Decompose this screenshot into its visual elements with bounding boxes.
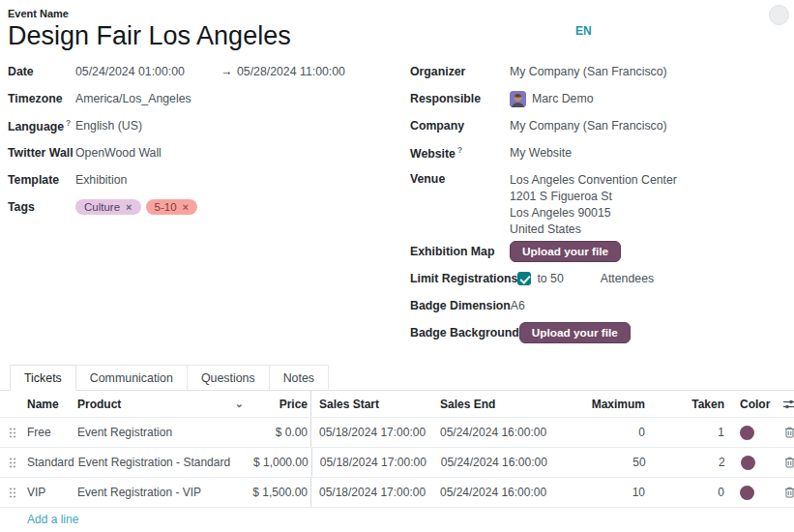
tag-remove-icon[interactable]: × bbox=[183, 201, 189, 213]
cell-price[interactable]: $ 0.00 bbox=[244, 418, 311, 447]
field-responsible: Responsible Marc Demo bbox=[410, 85, 790, 112]
col-header-name[interactable]: Name bbox=[25, 398, 74, 411]
exhibition-map-label: Exhibition Map bbox=[410, 245, 510, 258]
optional-columns-icon[interactable] bbox=[777, 399, 794, 410]
cell-sales-start[interactable]: 05/18/2024 17:00:00 bbox=[311, 486, 435, 499]
drag-handle-icon[interactable] bbox=[0, 487, 25, 499]
language-toggle[interactable]: EN bbox=[575, 24, 592, 38]
tickets-table: Name Product⌄ Price Sales Start Sales En… bbox=[0, 391, 794, 530]
col-header-sales-end[interactable]: Sales End bbox=[435, 398, 588, 411]
event-title-input[interactable]: Design Fair Los Angeles bbox=[8, 22, 291, 51]
col-header-price[interactable]: Price bbox=[244, 391, 311, 417]
tag-culture[interactable]: Culture× bbox=[75, 199, 141, 215]
field-badge-background: Badge Background Upload your file bbox=[410, 319, 790, 346]
ticket-color-dot[interactable] bbox=[740, 426, 754, 440]
twitter-wall-select[interactable]: OpenWood Wall bbox=[75, 146, 162, 160]
field-venue: Venue Los Angeles Convention Center 1201… bbox=[410, 166, 790, 238]
drag-handle-icon[interactable] bbox=[0, 457, 25, 469]
cell-maximum[interactable]: 10 bbox=[588, 486, 651, 499]
date-start-input[interactable]: 05/24/2024 01:00:00 bbox=[75, 65, 221, 78]
date-end-input[interactable]: 05/28/2024 11:00:00 bbox=[237, 65, 345, 78]
tag-5-10[interactable]: 5-10× bbox=[146, 199, 197, 215]
cell-sales-end[interactable]: 05/24/2024 16:00:00 bbox=[435, 426, 588, 439]
exhibition-map-upload-button[interactable]: Upload your file bbox=[510, 241, 621, 262]
col-header-taken[interactable]: Taken bbox=[651, 398, 728, 411]
date-arrow-icon: → bbox=[221, 65, 237, 78]
timezone-label: Timezone bbox=[8, 92, 75, 105]
template-label: Template bbox=[8, 173, 75, 187]
cell-maximum[interactable]: 50 bbox=[589, 456, 652, 469]
status-circle-icon[interactable] bbox=[769, 5, 789, 25]
venue-label: Venue bbox=[410, 172, 510, 186]
cell-taken: 2 bbox=[652, 456, 729, 469]
cell-product[interactable]: Event Registration - VIP bbox=[74, 486, 244, 499]
cell-price[interactable]: $ 1,500.00 bbox=[244, 478, 311, 507]
cell-sales-end[interactable]: 05/24/2024 16:00:00 bbox=[435, 486, 588, 499]
badge-background-upload-button[interactable]: Upload your file bbox=[519, 322, 631, 343]
company-label: Company bbox=[410, 119, 510, 133]
tag-remove-icon[interactable]: × bbox=[126, 201, 132, 213]
event-form: Event Name Design Fair Los Angeles EN Da… bbox=[0, 0, 794, 532]
delete-row-icon[interactable] bbox=[778, 457, 794, 468]
cell-maximum[interactable]: 0 bbox=[588, 426, 651, 439]
cell-name[interactable]: Standard bbox=[25, 456, 74, 469]
ticket-row-free[interactable]: Free Event Registration $ 0.00 05/18/202… bbox=[0, 418, 794, 448]
col-header-sales-start[interactable]: Sales Start bbox=[311, 398, 435, 411]
tab-questions[interactable]: Questions bbox=[188, 365, 270, 390]
template-select[interactable]: Exhibition bbox=[75, 173, 127, 187]
responsible-avatar bbox=[510, 91, 526, 107]
event-name-label: Event Name bbox=[8, 8, 291, 19]
col-header-product[interactable]: Product⌄ bbox=[74, 398, 244, 411]
tags-label: Tags bbox=[8, 200, 75, 214]
cell-sales-start[interactable]: 05/18/2024 17:00:00 bbox=[311, 426, 435, 439]
fields-left-column: Date 05/24/2024 01:00:00 → 05/28/2024 11… bbox=[8, 58, 398, 221]
cell-sales-start[interactable]: 05/18/2024 17:00:00 bbox=[312, 456, 436, 469]
cell-product[interactable]: Event Registration - Standard bbox=[74, 456, 245, 469]
language-select[interactable]: English (US) bbox=[75, 119, 142, 133]
ticket-color-dot[interactable] bbox=[741, 456, 755, 470]
website-select[interactable]: My Website bbox=[510, 146, 572, 160]
limit-registrations-value: to 50 Attendees bbox=[517, 272, 654, 285]
cell-color bbox=[729, 456, 778, 470]
badge-dimension-select[interactable]: A6 bbox=[511, 299, 525, 312]
ticket-color-dot[interactable] bbox=[740, 486, 754, 500]
delete-row-icon[interactable] bbox=[777, 427, 794, 438]
col-header-maximum[interactable]: Maximum bbox=[588, 398, 651, 411]
field-organizer: Organizer My Company (San Francisco) bbox=[410, 58, 790, 85]
field-limit-registrations: Limit Registrations to 50 Attendees bbox=[410, 265, 790, 292]
tickets-table-header: Name Product⌄ Price Sales Start Sales En… bbox=[0, 391, 794, 418]
website-help-icon: ? bbox=[457, 145, 462, 155]
cell-name[interactable]: Free bbox=[25, 426, 74, 439]
ticket-row-vip[interactable]: VIP Event Registration - VIP $ 1,500.00 … bbox=[0, 478, 794, 508]
responsible-select[interactable]: Marc Demo bbox=[510, 91, 594, 107]
badge-dimension-label: Badge Dimension bbox=[410, 299, 511, 312]
attendees-suffix: Attendees bbox=[601, 272, 654, 285]
tab-tickets[interactable]: Tickets bbox=[10, 365, 76, 391]
website-label: Website? bbox=[410, 145, 510, 161]
drag-handle-icon[interactable] bbox=[0, 427, 25, 439]
organizer-select[interactable]: My Company (San Francisco) bbox=[510, 65, 667, 78]
cell-product[interactable]: Event Registration bbox=[74, 426, 244, 439]
event-header: Event Name Design Fair Los Angeles bbox=[8, 8, 291, 51]
tab-communication[interactable]: Communication bbox=[76, 365, 188, 390]
col-header-color[interactable]: Color bbox=[728, 398, 777, 411]
add-a-line-link[interactable]: Add a line bbox=[0, 508, 794, 530]
ticket-row-standard[interactable]: Standard Event Registration - Standard $… bbox=[0, 448, 794, 478]
cell-taken: 0 bbox=[651, 486, 728, 499]
cell-name[interactable]: VIP bbox=[25, 486, 74, 499]
cell-sales-end[interactable]: 05/24/2024 16:00:00 bbox=[436, 456, 589, 469]
company-select[interactable]: My Company (San Francisco) bbox=[510, 119, 667, 133]
field-company: Company My Company (San Francisco) bbox=[410, 112, 790, 139]
delete-row-icon[interactable] bbox=[777, 487, 794, 498]
venue-address[interactable]: Los Angeles Convention Center 1201 S Fig… bbox=[510, 172, 677, 238]
cell-price[interactable]: $ 1,000.00 bbox=[245, 448, 312, 477]
chevron-down-icon[interactable]: ⌄ bbox=[235, 398, 244, 410]
tab-notes[interactable]: Notes bbox=[270, 365, 329, 390]
timezone-select[interactable]: America/Los_Angeles bbox=[75, 92, 191, 105]
field-badge-dimension: Badge Dimension A6 bbox=[410, 292, 790, 319]
limit-checkbox[interactable] bbox=[517, 272, 531, 285]
cell-taken: 1 bbox=[651, 426, 728, 439]
language-help-icon: ? bbox=[66, 118, 71, 128]
date-label: Date bbox=[8, 65, 75, 78]
limit-to-input[interactable]: to 50 bbox=[537, 272, 563, 285]
